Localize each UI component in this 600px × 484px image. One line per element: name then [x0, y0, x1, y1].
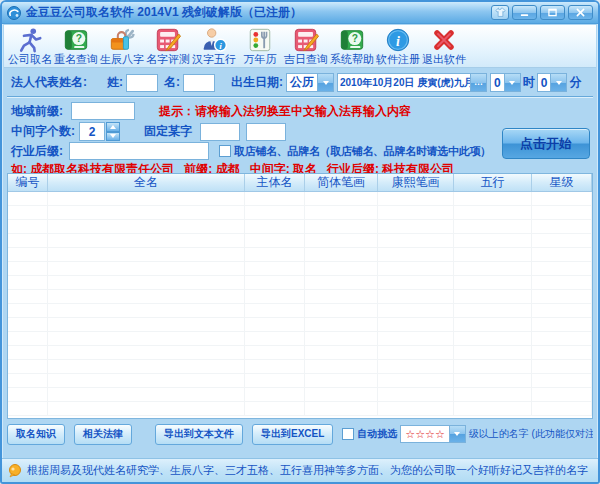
middle-count-label: 中间字个数:	[11, 123, 75, 140]
birth-date-field[interactable]: 2010年10月20日 庚寅(虎)九月十三 …	[337, 73, 487, 92]
column-header-2[interactable]: 全名	[48, 174, 245, 191]
table-cell	[245, 248, 305, 261]
status-bar: 根据周易及现代姓名研究学、生辰八字、三才五格、五行喜用神等多方面、为您的公司取一…	[2, 458, 598, 482]
table-cell	[8, 388, 48, 401]
table-cell	[378, 360, 454, 373]
column-header-1[interactable]: 编号	[8, 174, 48, 191]
close-button[interactable]	[568, 5, 593, 20]
chevron-down-icon[interactable]	[504, 74, 520, 91]
export-text-button[interactable]: 导出到文本文件	[155, 424, 243, 445]
calendar-type-combo[interactable]: 公历	[286, 73, 334, 92]
column-header-7[interactable]: 星级	[532, 174, 592, 191]
region-prefix-row: 地域前缀: 提示：请将输入法切换至中文输入法再输入内容	[11, 102, 589, 120]
table-cell	[532, 290, 592, 303]
table-cell	[245, 206, 305, 219]
column-header-6[interactable]: 五行	[454, 174, 532, 191]
chevron-down-icon[interactable]	[317, 74, 333, 91]
table-cell	[245, 234, 305, 247]
spinner-up-icon[interactable]	[106, 122, 120, 132]
toolbar-button-name-evaluation[interactable]: 名字评测	[145, 26, 191, 67]
fixed-char-label: 固定某字	[144, 123, 192, 140]
table-cell	[305, 276, 378, 289]
table-cell	[48, 318, 245, 331]
industry-suffix-input[interactable]	[69, 142, 209, 160]
table-cell	[48, 332, 245, 345]
start-button[interactable]: 点击开始	[502, 128, 590, 159]
table-cell	[532, 304, 592, 317]
given-name-input[interactable]	[183, 74, 215, 92]
browse-date-button[interactable]: …	[470, 74, 486, 91]
table-row	[8, 318, 592, 332]
toolbar-button-label: 生辰八字	[100, 53, 144, 65]
toolbar-button-birth-bazi[interactable]: 生辰八字	[99, 26, 145, 67]
table-cell	[532, 374, 592, 387]
toolbar-button-software-register[interactable]: i软件注册	[375, 26, 421, 67]
region-prefix-input[interactable]	[71, 102, 135, 120]
star-rating-combo[interactable]: ☆☆☆☆	[400, 425, 465, 443]
fixed-char-input-2[interactable]	[246, 123, 286, 141]
chevron-down-icon[interactable]	[550, 74, 566, 91]
spinner-down-icon[interactable]	[106, 132, 120, 142]
shirt-icon	[495, 7, 506, 18]
table-cell	[454, 332, 532, 345]
surname-label: 姓:	[107, 74, 123, 91]
hour-unit-label: 时	[523, 74, 535, 91]
table-cell	[454, 276, 532, 289]
table-cell	[532, 248, 592, 261]
minimize-button[interactable]	[512, 5, 537, 20]
toolbox-icon	[109, 27, 135, 53]
surname-input[interactable]	[126, 74, 158, 92]
chevron-down-icon[interactable]	[449, 426, 465, 442]
table-cell	[245, 332, 305, 345]
table-row	[8, 402, 592, 416]
table-cell	[378, 374, 454, 387]
column-header-4[interactable]: 简体笔画	[305, 174, 378, 191]
table-cell	[305, 290, 378, 303]
middle-count-stepper[interactable]: 2	[79, 122, 120, 141]
footer-buttons: 取名知识相关法律导出到文本文件导出到EXCEL	[7, 424, 342, 445]
skin-button[interactable]	[491, 5, 509, 20]
export-excel-button[interactable]: 导出到EXCEL	[252, 424, 333, 445]
table-cell	[378, 220, 454, 233]
table-cell	[48, 374, 245, 387]
naming-knowledge-button[interactable]: 取名知识	[7, 424, 65, 445]
table-cell	[454, 248, 532, 261]
table-cell	[454, 290, 532, 303]
toolbar-button-duplicate-name-query[interactable]: ?重名查询	[53, 26, 99, 67]
shop-name-checkbox-label: 取店铺名、品牌名（取店铺名、品牌名时请选中此项）	[234, 144, 491, 159]
related-law-button[interactable]: 相关法律	[74, 424, 132, 445]
hour-combo[interactable]: 0	[490, 73, 521, 92]
table-cell	[8, 346, 48, 359]
svg-text:i: i	[396, 34, 400, 49]
svg-text:i: i	[219, 41, 222, 51]
toolbar-button-system-help[interactable]: ?系统帮助	[329, 26, 375, 67]
minute-combo[interactable]: 0	[537, 73, 568, 92]
table-cell	[454, 374, 532, 387]
column-header-5[interactable]: 康熙笔画	[378, 174, 454, 191]
table-cell	[8, 262, 48, 275]
toolbar-button-company-naming[interactable]: 公司取名	[7, 26, 53, 67]
table-cell	[378, 388, 454, 401]
star-rating-suffix-text: 级以上的名字 (此功能仅对注册用户有效)	[469, 427, 593, 441]
toolbar-button-label: 汉字五行	[192, 53, 236, 65]
shop-name-checkbox[interactable]	[219, 145, 231, 157]
toolbar-button-perpetual-calendar[interactable]: 万年历	[237, 26, 283, 67]
table-cell	[532, 192, 592, 205]
toolbar-button-lucky-day-query[interactable]: 吉日查询	[283, 26, 329, 67]
toolbar-button-label: 万年历	[244, 53, 277, 65]
fixed-char-input-1[interactable]	[200, 123, 240, 141]
table-cell	[305, 332, 378, 345]
toolbar-button-hanzi-wuxing[interactable]: i汉字五行	[191, 26, 237, 67]
table-cell	[454, 262, 532, 275]
auto-pick-checkbox[interactable]	[342, 428, 354, 440]
table-cell	[305, 220, 378, 233]
calculator-pencil-icon	[155, 27, 181, 53]
table-cell	[378, 276, 454, 289]
table-cell	[305, 318, 378, 331]
table-row	[8, 304, 592, 318]
status-text: 根据周易及现代姓名研究学、生辰八字、三才五格、五行喜用神等多方面、为您的公司取一…	[27, 463, 588, 478]
toolbar-button-exit-software[interactable]: 退出软件	[421, 26, 467, 67]
app-logo-icon[interactable]	[7, 6, 21, 20]
maximize-button[interactable]	[540, 5, 565, 20]
column-header-3[interactable]: 主体名	[245, 174, 305, 191]
